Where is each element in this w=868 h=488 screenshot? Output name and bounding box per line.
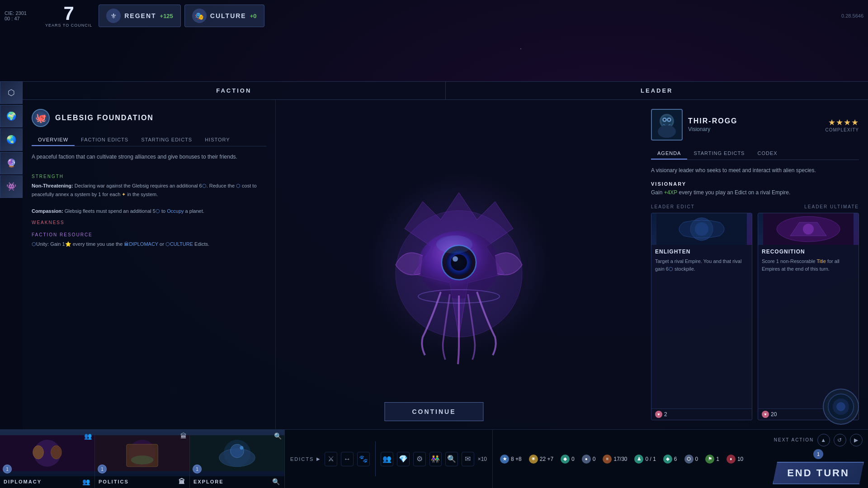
politics-art	[95, 435, 189, 471]
culture-value: +0	[250, 13, 257, 19]
side-thumb-4[interactable]: 🔮	[0, 152, 23, 174]
leader-stars-complexity: ★★★★ COMPLEXITY	[826, 117, 859, 132]
svg-point-18	[658, 125, 676, 138]
diplomacy-type-icon: 👥	[84, 432, 92, 440]
regent-label: REGENT	[124, 12, 156, 19]
explore-card-img: 1 🔍	[190, 430, 284, 476]
strategic-icon: ♦	[726, 455, 736, 464]
recognition-cost-value: 20	[771, 411, 777, 418]
diplomacy-card[interactable]: 1 👥 DIPLOMACY 👥	[0, 430, 95, 488]
edicts-label-text: EDICTS	[290, 456, 314, 462]
next-action-refresh-btn[interactable]: ↺	[834, 434, 846, 446]
politics-card[interactable]: 1 🏛 POLITICS 🏛	[95, 430, 190, 488]
action-cards-area: 1 👥 DIPLOMACY 👥 1 🏛 POLITICS	[0, 430, 285, 488]
leader-header: LEADER	[446, 82, 868, 99]
svg-point-16	[664, 119, 665, 121]
years-number: 7	[63, 4, 74, 23]
next-action-row: NEXT ACTION ▲ ↺ ▶	[774, 434, 863, 446]
explore-card[interactable]: 1 🔍 EXPLORE 🔍	[190, 430, 285, 488]
tab-overview[interactable]: OVERVIEW	[32, 134, 75, 146]
svg-point-6	[451, 254, 467, 271]
tab-history[interactable]: HISTORY	[198, 134, 236, 146]
edict-btn-7[interactable]: 👫	[429, 452, 442, 466]
creature-artwork-area	[276, 100, 642, 429]
resource-unity: ★ 8 +8	[500, 455, 522, 464]
side-thumb-2[interactable]: 🌍	[0, 105, 23, 127]
explore-badge: 1	[193, 465, 202, 474]
edict-btn-4[interactable]: 👥	[381, 452, 393, 466]
side-thumb-3[interactable]: 🌏	[0, 128, 23, 151]
recognition-name: RECOGNITION	[762, 249, 855, 255]
regent-value: +125	[160, 13, 173, 19]
enlighten-edict-card[interactable]: ENLIGHTEN Target a rival Empire. You and…	[651, 213, 752, 420]
faction-name: GLEBSIG FOUNDATION	[55, 114, 154, 122]
time-value: 00 : 47	[5, 16, 41, 21]
mini-map-circle[interactable]	[823, 389, 859, 425]
regent-button[interactable]: ⚜ REGENT +125	[99, 5, 181, 27]
industry-value: 17/30	[613, 456, 627, 462]
unity-value: 8 +8	[511, 456, 522, 462]
side-panel-thumbnails: ⬡ 🌍 🌏 🔮 👾	[0, 81, 23, 198]
next-action-badge: 1	[813, 449, 823, 459]
tab-leader-starting-edicts[interactable]: STARTING EDICTS	[687, 148, 751, 160]
enlighten-cost: ♥ 2	[651, 408, 752, 420]
dust2-icon: ⬡	[684, 455, 693, 464]
tab-agenda[interactable]: AGENDA	[651, 148, 687, 160]
faction-header: FACTION	[23, 82, 446, 99]
edict-btn-9[interactable]: ✉	[462, 452, 474, 466]
food-value: 6	[674, 456, 677, 462]
continue-button[interactable]: CONTINUE	[384, 402, 483, 421]
edict-btn-3[interactable]: 🐾	[357, 452, 370, 466]
tab-codex[interactable]: CODEX	[751, 148, 783, 160]
game-info: CIE: 2301 00 : 47	[5, 10, 41, 21]
main-panel: FACTION LEADER 🐙 GLEBSIG FOUNDATION OVER…	[23, 81, 868, 429]
thumb-icon-4: 🔮	[0, 152, 22, 174]
strategic-value: 10	[737, 456, 743, 462]
food-icon: ◈	[663, 455, 672, 464]
culture-button[interactable]: 🎭 CULTURE +0	[184, 5, 264, 27]
edicts-arrow-icon: ▶	[316, 456, 321, 461]
edict-btn-6[interactable]: ⚙	[413, 452, 426, 466]
svg-point-28	[51, 446, 61, 459]
explore-label-text: EXPLORE	[193, 479, 224, 484]
svg-point-7	[453, 256, 458, 262]
years-label: YEARS TO COUNCIL	[45, 23, 92, 28]
culture-icon: 🎭	[192, 9, 207, 23]
faction-tabs: OVERVIEW FACTION EDICTS STARTING EDICTS …	[32, 134, 266, 146]
next-action-badge-row: 1	[813, 449, 823, 459]
science-value: 22 +7	[540, 456, 553, 462]
next-action-prev-btn[interactable]: ▲	[817, 434, 830, 446]
side-thumb-5[interactable]: 👾	[0, 175, 23, 198]
recognition-card-body: RECOGNITION Score 1 non-Rescorable Title…	[758, 245, 859, 405]
mini-map-inner	[823, 389, 859, 425]
mini-map-art	[827, 393, 854, 420]
thumb-icon-1: ⬡	[0, 82, 22, 103]
faction-strength-text: Non-Threatening: Declaring war against t…	[32, 182, 266, 216]
side-thumb-1[interactable]: ⬡	[0, 81, 23, 104]
panel-header: FACTION LEADER	[23, 82, 868, 100]
end-turn-button[interactable]: END TURN	[773, 462, 864, 484]
edict-btn-8[interactable]: 🔍	[445, 452, 458, 466]
resource-food: ◈ 6	[663, 455, 677, 464]
resource-science: ☀ 22 +7	[529, 455, 553, 464]
next-action-next-btn[interactable]: ▶	[850, 434, 863, 446]
unity-icon: ★	[500, 455, 509, 464]
resource-influence: ● 0	[582, 455, 596, 464]
faction-icon: 🐙	[32, 109, 50, 127]
edict-btn-1[interactable]: ⚔	[325, 452, 337, 466]
svg-point-37	[240, 446, 243, 450]
tab-faction-edicts[interactable]: FACTION EDICTS	[75, 134, 135, 146]
faction-overview-text: A peaceful faction that can cultivate st…	[32, 153, 266, 161]
panel-body: 🐙 GLEBSIG FOUNDATION OVERVIEW FACTION ED…	[23, 100, 868, 429]
edict-btn-2[interactable]: ↔	[341, 452, 354, 466]
resource-section-label: FACTION RESOURCE	[32, 232, 266, 237]
edict-btn-5[interactable]: 💎	[397, 452, 410, 466]
explore-label-icon: 🔍	[272, 478, 281, 485]
leader-portrait-art	[652, 110, 682, 140]
enlighten-cost-icon: ♥	[655, 411, 662, 418]
politics-label-text: POLITICS	[99, 479, 129, 484]
influence-value: 0	[593, 456, 596, 462]
svg-point-10	[436, 235, 472, 253]
bottom-bar: 1 👥 DIPLOMACY 👥 1 🏛 POLITICS	[0, 429, 868, 488]
tab-starting-edicts[interactable]: STARTING EDICTS	[135, 134, 198, 146]
